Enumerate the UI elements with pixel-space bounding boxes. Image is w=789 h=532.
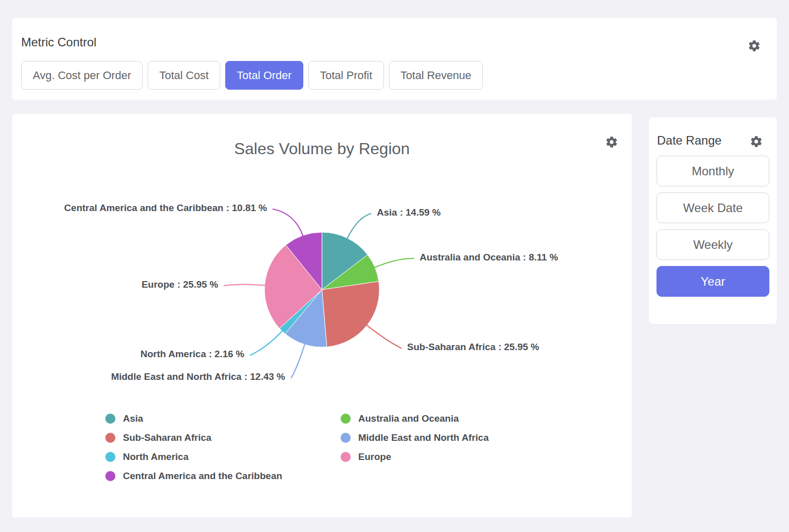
callout-line-sub-saharan-africa (367, 325, 402, 348)
date-range-settings-button[interactable] (750, 135, 763, 148)
legend-dot-icon (105, 433, 115, 443)
callout-line-middle-east-and-north-africa (291, 344, 305, 378)
legend-item-north-america[interactable]: North America (105, 447, 341, 467)
range-button-week-date[interactable]: Week Date (656, 192, 769, 223)
metric-button-group: Avg. Cost per OrderTotal CostTotal Order… (21, 61, 483, 90)
legend-label: Central America and the Caribbean (123, 471, 282, 482)
legend-item-sub-saharan-africa[interactable]: Sub-Saharan Africa (105, 428, 341, 447)
sales-volume-chart-panel: Sales Volume by Region Asia : 14.59 %Aus… (12, 114, 632, 517)
callout-label-europe: Europe : 25.95 % (142, 279, 218, 290)
legend-item-europe[interactable]: Europe (341, 447, 489, 467)
legend-item-central-america-and-the-caribbean[interactable]: Central America and the Caribbean (105, 467, 341, 486)
metric-control-title: Metric Control (21, 35, 96, 49)
callout-line-asia (347, 214, 371, 239)
callout-line-central-america-and-the-caribbean (273, 209, 303, 236)
legend-dot-icon (105, 414, 115, 424)
legend-item-middle-east-and-north-africa[interactable]: Middle East and North Africa (341, 428, 489, 447)
chart-legend: AsiaAustralia and OceaniaSub-Saharan Afr… (105, 409, 489, 486)
callout-label-sub-saharan-africa: Sub-Saharan Africa : 25.95 % (407, 342, 539, 352)
callout-line-north-america (250, 331, 283, 355)
metric-control-panel: Metric Control Avg. Cost per OrderTotal … (12, 18, 777, 100)
legend-dot-icon (105, 471, 115, 481)
callout-label-north-america: North America : 2.16 % (141, 349, 244, 359)
callout-line-australia-and-oceania (374, 258, 414, 268)
callout-line-europe (224, 285, 265, 286)
date-range-title: Date Range (657, 134, 721, 148)
legend-label: Asia (123, 413, 143, 424)
callout-label-middle-east-and-north-africa: Middle East and North Africa : 12.43 % (111, 371, 285, 382)
pie-slice-sub-saharan-africa[interactable] (322, 282, 379, 347)
legend-dot-icon (341, 433, 351, 443)
legend-item-asia[interactable]: Asia (105, 409, 341, 428)
legend-label: Australia and Oceania (358, 413, 459, 424)
legend-dot-icon (105, 452, 115, 462)
metric-button-total-revenue[interactable]: Total Revenue (389, 61, 483, 90)
callout-label-australia-and-oceania: Australia and Oceania : 8.11 % (420, 252, 558, 262)
range-button-year[interactable]: Year (656, 266, 769, 297)
legend-label: Europe (358, 451, 391, 462)
legend-item-australia-and-oceania[interactable]: Australia and Oceania (341, 409, 489, 428)
metric-button-total-order[interactable]: Total Order (225, 61, 303, 90)
legend-label: Middle East and North Africa (358, 432, 489, 443)
legend-dot-icon (341, 414, 351, 424)
date-range-button-group: MonthlyWeek DateWeeklyYear (656, 156, 769, 303)
date-range-panel: Date Range MonthlyWeek DateWeeklyYear (649, 117, 777, 324)
legend-label: North America (123, 451, 188, 462)
legend-label: Sub-Saharan Africa (123, 432, 212, 443)
callout-label-asia: Asia : 14.59 % (377, 207, 441, 218)
range-button-weekly[interactable]: Weekly (656, 229, 769, 260)
metric-control-settings-button[interactable] (748, 39, 761, 52)
metric-button-total-cost[interactable]: Total Cost (148, 61, 220, 90)
legend-dot-icon (341, 452, 351, 462)
range-button-monthly[interactable]: Monthly (656, 156, 769, 186)
gear-icon (748, 39, 761, 52)
metric-button-total-profit[interactable]: Total Profit (308, 61, 384, 90)
metric-button-avg-cost-per-order[interactable]: Avg. Cost per Order (21, 61, 143, 90)
gear-icon (750, 135, 763, 148)
callout-label-central-america-and-the-caribbean: Central America and the Caribbean : 10.8… (64, 203, 267, 213)
